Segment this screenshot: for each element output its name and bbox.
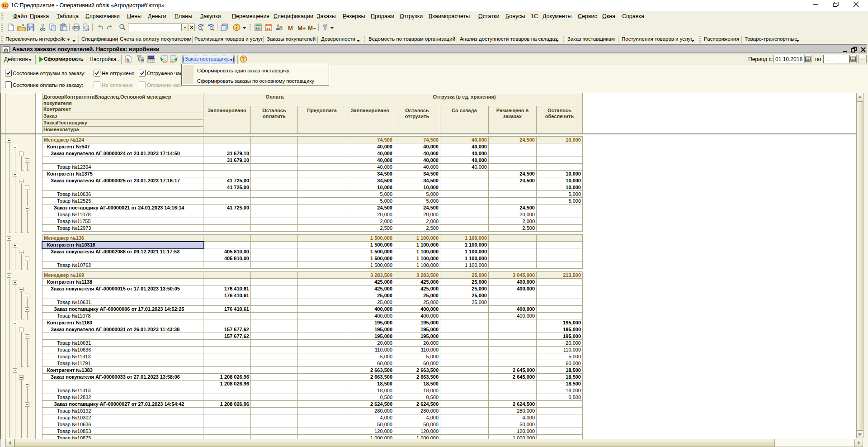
svg-text:?: ? bbox=[242, 57, 245, 62]
svg-text:31: 31 bbox=[266, 27, 270, 31]
